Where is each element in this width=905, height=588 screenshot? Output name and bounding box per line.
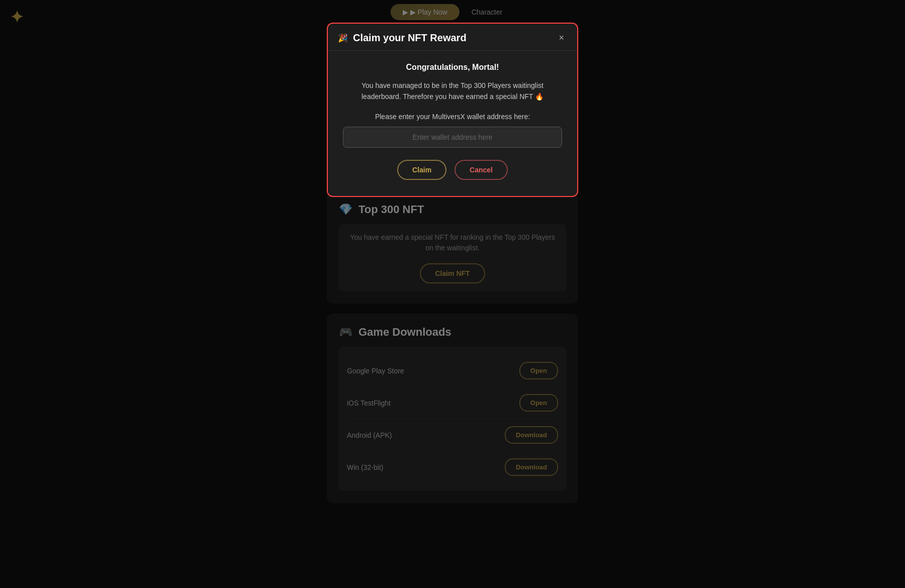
wallet-address-input[interactable] bbox=[343, 127, 562, 148]
modal-header: 🎉 Claim your NFT Reward × bbox=[328, 24, 577, 51]
claim-button[interactable]: Claim bbox=[397, 160, 446, 180]
modal-title: Claim your NFT Reward bbox=[353, 32, 467, 44]
modal-body: Congratulations, Mortal! You have manage… bbox=[328, 51, 577, 196]
modal-action-buttons: Claim Cancel bbox=[343, 160, 562, 180]
cancel-button[interactable]: Cancel bbox=[455, 160, 508, 180]
modal-description-text: You have managed to be in the Top 300 Pl… bbox=[343, 80, 562, 103]
modal-close-button[interactable]: × bbox=[556, 32, 567, 44]
modal-wallet-label: Please enter your MultiversX wallet addr… bbox=[343, 113, 562, 121]
modal-title-icon: 🎉 bbox=[338, 33, 348, 43]
modal-congrats-text: Congratulations, Mortal! bbox=[343, 63, 562, 72]
modal-title-area: 🎉 Claim your NFT Reward bbox=[338, 32, 467, 44]
claim-nft-modal: 🎉 Claim your NFT Reward × Congratulation… bbox=[327, 23, 578, 197]
